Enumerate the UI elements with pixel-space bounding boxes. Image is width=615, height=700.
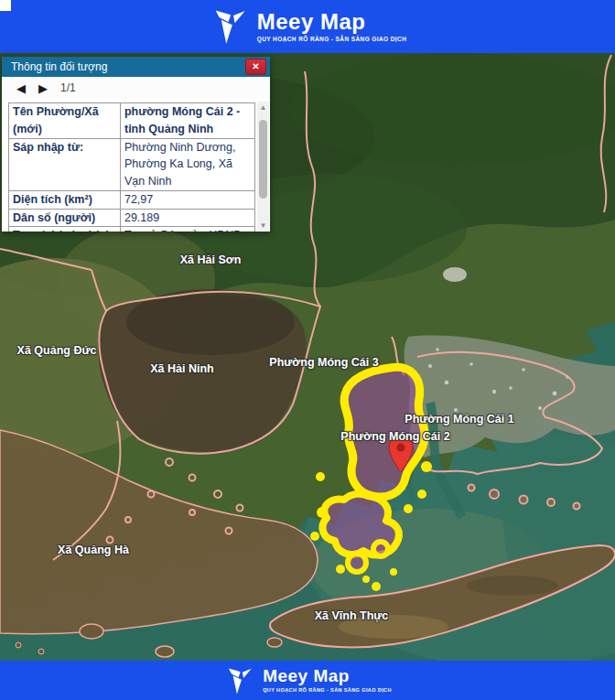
header-bar: Meey Map QUY HOẠCH RÕ RÀNG - SẴN SÀNG GI…: [0, 0, 615, 53]
meey-map-logo-icon: [223, 665, 254, 696]
map-label-phuong-mong-cai-2: Phường Móng Cái 2: [340, 430, 449, 443]
map-label-phuong-mong-cai-3: Phường Móng Cái 3: [269, 356, 378, 369]
field-value: phường Móng Cái 2 - tỉnh Quảng Ninh: [120, 103, 254, 139]
meey-map-screen: Xã Hải Sơn Xã Quảng Đức Xã Hải Ninh Phườ…: [0, 0, 615, 700]
table-row: Dân số (người) 29.189: [9, 209, 255, 227]
map-label-xa-hai-son: Xã Hải Sơn: [180, 253, 242, 266]
table-row: Sáp nhập từ: Phường Ninh Dương, Phường K…: [9, 138, 255, 190]
object-info-popup: Thông tin đối tượng ✕ ◀ ▶ 1/1 Tên Phường…: [2, 57, 270, 232]
brand-tagline: QUY HOẠCH RÕ RÀNG - SẴN SÀNG GIAO DỊCH: [257, 37, 407, 43]
field-value: 72,97: [120, 190, 254, 209]
brand-name: Meey Map: [257, 11, 407, 33]
brand-tagline: QUY HOẠCH RÕ RÀNG - SẴN SÀNG GIAO DỊCH: [263, 688, 392, 694]
table-row: Trụ sở hành chính (mới) Trụ sở Đảng ủy, …: [9, 227, 255, 232]
close-icon: ✕: [252, 62, 259, 71]
close-button[interactable]: ✕: [245, 59, 266, 75]
prev-arrow-button[interactable]: ◀: [16, 82, 26, 94]
scroll-down-button[interactable]: ▼: [257, 220, 269, 231]
popup-body: Tên Phường/Xã (mới) phường Móng Cái 2 - …: [2, 99, 270, 232]
scrollbar-thumb[interactable]: [259, 120, 267, 199]
table-row: Tên Phường/Xã (mới) phường Móng Cái 2 - …: [9, 103, 255, 139]
map-label-xa-vinh-thuc: Xã Vĩnh Thực: [315, 609, 389, 622]
meey-map-logo-icon: [209, 6, 249, 47]
field-label: Sáp nhập từ:: [9, 138, 121, 190]
table-row: Diện tích (km²) 72,97: [9, 190, 255, 209]
field-value: Trụ sở Đảng ủy, HĐND, UBND phường Ka Lon…: [120, 227, 254, 232]
header-logo: Meey Map QUY HOẠCH RÕ RÀNG - SẴN SÀNG GI…: [209, 6, 407, 47]
popup-scrollbar[interactable]: ▲ ▼: [257, 102, 269, 231]
field-label: Dân số (người): [9, 209, 121, 227]
footer-logo: Meey Map QUY HOẠCH RÕ RÀNG - SẴN SÀNG GI…: [223, 665, 392, 696]
popup-pagination: ◀ ▶ 1/1: [2, 77, 270, 99]
footer-bar: Meey Map QUY HOẠCH RÕ RÀNG - SẴN SÀNG GI…: [0, 661, 615, 700]
field-value: 29.189: [120, 209, 254, 227]
corner-artifact: [0, 0, 11, 11]
map-label-phuong-mong-cai-1: Phường Móng Cái 1: [405, 413, 513, 425]
scroll-up-button[interactable]: ▲: [257, 102, 269, 113]
next-arrow-button[interactable]: ▶: [38, 82, 48, 94]
object-info-table: Tên Phường/Xã (mới) phường Móng Cái 2 - …: [8, 102, 255, 232]
map-label-xa-quang-duc: Xã Quảng Đức: [17, 344, 97, 357]
field-value: Phường Ninh Dương, Phường Ka Long, Xã Vạ…: [120, 138, 254, 190]
field-label: Trụ sở hành chính (mới): [9, 227, 121, 232]
brand-name: Meey Map: [263, 667, 392, 684]
field-label: Diện tích (km²): [9, 190, 121, 209]
popup-header: Thông tin đối tượng ✕: [2, 57, 270, 77]
field-label: Tên Phường/Xã (mới): [9, 103, 121, 139]
popup-title: Thông tin đối tượng: [11, 60, 107, 73]
map-label-xa-quang-ha: Xã Quảng Hà: [58, 544, 129, 556]
page-indicator: 1/1: [60, 81, 76, 94]
map-label-xa-hai-ninh: Xã Hải Ninh: [150, 362, 213, 375]
